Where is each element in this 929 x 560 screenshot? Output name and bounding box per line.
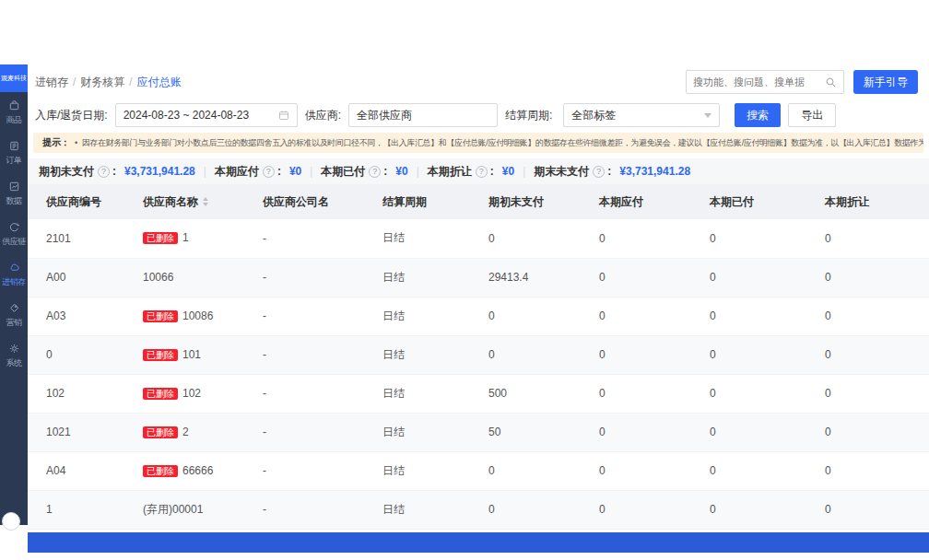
breadcrumb-item[interactable]: 财务核算 bbox=[80, 76, 124, 88]
sidebar-item-supply-chain[interactable]: 供应链 bbox=[0, 214, 28, 254]
column-header: 本期折让 bbox=[806, 184, 929, 219]
cell-paid: 0 bbox=[691, 374, 806, 413]
sidebar-item-system[interactable]: 系统 bbox=[0, 335, 28, 376]
cell-opening: 500 bbox=[470, 374, 581, 413]
breadcrumb-separator: / bbox=[73, 76, 76, 88]
table-body: 2101已删除1-日结0000A0010066-日结29413.4000A03已… bbox=[28, 219, 929, 529]
question-mark-icon[interactable]: ? bbox=[369, 166, 381, 178]
cell-name: 已删除102 bbox=[124, 374, 244, 413]
cell-paid: 0 bbox=[691, 219, 806, 258]
global-search-input[interactable] bbox=[693, 76, 825, 88]
breadcrumb-item[interactable]: 应付总账 bbox=[137, 76, 182, 88]
summary-separator: | bbox=[523, 165, 525, 178]
cell-company: - bbox=[244, 374, 364, 413]
cell-company: - bbox=[244, 297, 364, 335]
cell-paid: 0 bbox=[691, 297, 806, 335]
cell-company: - bbox=[244, 451, 364, 490]
cell-discount: 0 bbox=[806, 413, 929, 451]
column-header[interactable]: 供应商名称 bbox=[124, 184, 244, 219]
deleted-badge: 已删除 bbox=[143, 388, 178, 400]
summary-separator: | bbox=[417, 165, 419, 178]
cell-payable: 0 bbox=[581, 413, 691, 451]
system-icon bbox=[8, 343, 20, 355]
column-header: 本期已付 bbox=[691, 184, 806, 219]
cell-discount: 0 bbox=[806, 451, 929, 490]
sidebar-item-goods[interactable]: 商品 bbox=[0, 92, 28, 133]
sort-icon[interactable] bbox=[203, 197, 208, 206]
date-range-value: 2024-08-23 ~ 2024-08-23 bbox=[123, 109, 249, 122]
cell-company: - bbox=[244, 490, 364, 529]
supplier-input[interactable]: 全部供应商 bbox=[348, 103, 498, 127]
sidebar-item-label: 订单 bbox=[6, 155, 22, 167]
cell-code: 1 bbox=[28, 490, 124, 529]
table-row: A04已删除66666-日结0000 bbox=[28, 451, 929, 490]
main-content: 进销存/财务核算/应付总账 新手引导 入库/退货日期: 2024-08-23 ~… bbox=[28, 64, 929, 553]
question-mark-icon[interactable]: ? bbox=[476, 166, 488, 178]
summary-label: 本期已付?: bbox=[321, 164, 387, 180]
data-icon bbox=[8, 181, 20, 192]
supplier-value: 全部供应商 bbox=[357, 108, 412, 123]
table-header: 供应商编号供应商名称供应商公司名结算周期期初未支付本期应付本期已付本期折让 bbox=[28, 184, 929, 219]
cell-code: A03 bbox=[28, 297, 124, 335]
summary-separator: | bbox=[204, 165, 206, 178]
cell-period: 日结 bbox=[364, 335, 470, 374]
marketing-icon bbox=[8, 302, 20, 314]
date-range-input[interactable]: 2024-08-23 ~ 2024-08-23 bbox=[115, 103, 298, 127]
sidebar-item-label: 供应链 bbox=[2, 236, 26, 248]
sidebar-item-label: 系统 bbox=[6, 357, 22, 369]
cell-period: 日结 bbox=[364, 413, 470, 451]
global-search-box[interactable] bbox=[686, 70, 844, 94]
beginner-guide-button[interactable]: 新手引导 bbox=[853, 70, 918, 94]
summary-label: 期末未支付?: bbox=[534, 164, 611, 180]
sidebar-item-label: 商品 bbox=[6, 114, 22, 126]
cell-payable: 0 bbox=[581, 335, 691, 374]
sidebar-nav: 商品订单数据供应链进销存营销系统 bbox=[0, 92, 28, 376]
deleted-badge: 已删除 bbox=[143, 232, 178, 244]
export-button[interactable]: 导出 bbox=[788, 103, 836, 127]
cell-opening: 0 bbox=[470, 297, 581, 335]
column-header: 本期应付 bbox=[581, 184, 691, 219]
date-filter-label: 入库/退货日期: bbox=[35, 108, 108, 123]
deleted-badge: 已删除 bbox=[143, 310, 178, 322]
cell-payable: 0 bbox=[581, 258, 691, 297]
period-select[interactable]: 全部标签 bbox=[563, 103, 720, 127]
sidebar-item-orders[interactable]: 订单 bbox=[0, 133, 28, 173]
orders-icon bbox=[8, 140, 20, 152]
question-mark-icon[interactable]: ? bbox=[593, 166, 605, 178]
cell-opening: 0 bbox=[470, 451, 581, 490]
table-row: A03已删除10086-日结0000 bbox=[28, 297, 929, 335]
cell-paid: 0 bbox=[691, 258, 806, 297]
period-value: 全部标签 bbox=[571, 108, 616, 123]
summary-value: ¥0 bbox=[289, 165, 301, 178]
cell-company: - bbox=[244, 335, 364, 374]
cell-period: 日结 bbox=[364, 219, 470, 258]
table-row: 102已删除102-日结500000 bbox=[28, 374, 929, 413]
cell-code: 2101 bbox=[28, 219, 124, 258]
notice-bar: 提示： • 因存在财务部门与业务部门对小数点后三位的数据四舍五入的标准以及时间口… bbox=[33, 133, 923, 153]
cell-code: A04 bbox=[28, 451, 124, 490]
sidebar-item-inventory[interactable]: 进销存 bbox=[0, 254, 28, 295]
question-mark-icon[interactable]: ? bbox=[263, 166, 275, 178]
calendar-icon bbox=[278, 110, 289, 121]
search-button[interactable]: 搜索 bbox=[735, 103, 781, 127]
filter-bar: 入库/退货日期: 2024-08-23 ~ 2024-08-23 供应商: 全部… bbox=[28, 99, 929, 131]
app-logo[interactable]: 观麦科技 bbox=[0, 64, 28, 92]
cell-code: 0 bbox=[28, 335, 124, 374]
cell-discount: 0 bbox=[806, 335, 929, 374]
cell-opening: 0 bbox=[470, 219, 581, 258]
supplier-filter-label: 供应商: bbox=[305, 108, 341, 123]
summary-label: 本期折让?: bbox=[428, 164, 494, 180]
floating-help-icon[interactable] bbox=[2, 512, 20, 531]
cell-code: 1021 bbox=[28, 413, 124, 451]
sidebar-item-data[interactable]: 数据 bbox=[0, 173, 28, 214]
cell-code: A00 bbox=[28, 258, 124, 297]
question-mark-icon[interactable]: ? bbox=[98, 166, 110, 178]
period-filter-label: 结算周期: bbox=[505, 108, 552, 123]
cell-name: 已删除101 bbox=[124, 335, 244, 374]
cell-period: 日结 bbox=[364, 490, 470, 529]
sidebar-item-marketing[interactable]: 营销 bbox=[0, 295, 28, 335]
cell-discount: 0 bbox=[806, 490, 929, 529]
topbar: 进销存/财务核算/应付总账 新手引导 bbox=[28, 64, 929, 99]
cell-name: 10066 bbox=[124, 258, 244, 297]
breadcrumb-item[interactable]: 进销存 bbox=[35, 76, 68, 88]
